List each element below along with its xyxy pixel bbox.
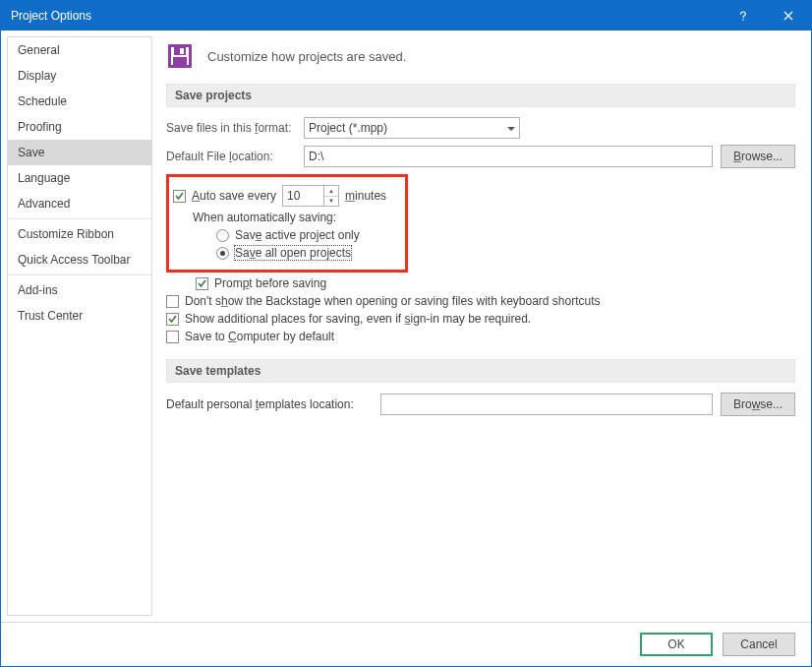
sidebar-item-quick-access-toolbar[interactable]: Quick Access Toolbar <box>8 247 151 273</box>
auto-save-minutes-value: 10 <box>283 189 323 203</box>
spinner-down-icon[interactable]: ▼ <box>324 197 338 207</box>
window-title: Project Options <box>11 9 721 23</box>
prompt-label: Prompt before saving <box>214 276 326 290</box>
radio-save-active-label: Save active project only <box>235 228 360 242</box>
minutes-label: minutes <box>345 189 386 203</box>
dialog-body: General Display Schedule Proofing Save L… <box>1 30 811 622</box>
prompt-row: Prompt before saving <box>196 276 795 290</box>
templates-location-input[interactable] <box>380 394 713 415</box>
save-computer-label: Save to Computer by default <box>185 330 334 343</box>
sidebar-item-customize-ribbon[interactable]: Customize Ribbon <box>8 221 151 247</box>
show-places-row: Show additional places for saving, even … <box>166 312 795 326</box>
dialog-footer: OK Cancel <box>1 622 811 666</box>
section-save-templates: Save templates <box>166 359 795 383</box>
radio-save-active[interactable] <box>216 229 229 242</box>
sidebar-item-advanced[interactable]: Advanced <box>8 191 151 216</box>
default-location-input[interactable] <box>304 146 713 167</box>
show-places-label: Show additional places for saving, even … <box>185 312 531 326</box>
save-computer-checkbox[interactable] <box>166 331 179 343</box>
sidebar-item-proofing[interactable]: Proofing <box>8 114 151 140</box>
radio-save-all[interactable] <box>216 247 229 260</box>
help-button[interactable] <box>721 1 766 30</box>
sidebar-divider <box>8 218 151 219</box>
page-subtitle: Customize how projects are saved. <box>207 49 406 64</box>
sidebar-item-general[interactable]: General <box>8 37 151 63</box>
sidebar-item-language[interactable]: Language <box>8 165 151 191</box>
row-save-format: Save files in this format: Project (*.mp… <box>166 117 795 139</box>
sidebar-item-trust-center[interactable]: Trust Center <box>8 303 151 329</box>
highlight-auto-save-area: Auto save every 10 ▲ ▼ minutes When auto… <box>166 174 408 273</box>
ok-button[interactable]: OK <box>640 633 713 656</box>
svg-rect-5 <box>173 57 187 65</box>
sidebar-item-schedule[interactable]: Schedule <box>8 89 151 114</box>
sidebar-item-save[interactable]: Save <box>8 140 151 165</box>
radio-active-row: Save active project only <box>216 228 399 242</box>
save-format-combo[interactable]: Project (*.mpp) <box>304 117 520 139</box>
backstage-label: Don't show the Backstage when opening or… <box>185 294 601 308</box>
radio-all-row: Save all open projects <box>216 246 399 260</box>
section-save-projects: Save projects <box>166 84 795 107</box>
auto-save-minutes-spinner[interactable]: 10 ▲ ▼ <box>282 185 339 207</box>
auto-save-checkbox[interactable] <box>173 190 186 203</box>
row-templates-location: Default personal templates location: Bro… <box>166 393 795 416</box>
project-options-window: Project Options General Display Schedule… <box>0 0 812 667</box>
svg-point-0 <box>742 19 744 21</box>
save-computer-row: Save to Computer by default <box>166 330 795 343</box>
spinner-up-icon[interactable]: ▲ <box>324 186 338 197</box>
radio-save-all-label: Save all open projects <box>235 246 351 260</box>
show-places-checkbox[interactable] <box>166 313 179 326</box>
when-saving-label: When automatically saving: <box>193 211 399 224</box>
save-icon <box>166 42 194 70</box>
chevron-down-icon <box>507 121 515 135</box>
templates-location-label: Default personal templates location: <box>166 397 373 411</box>
backstage-row: Don't show the Backstage when opening or… <box>166 294 795 308</box>
browse-templates-button[interactable]: Browse... <box>721 393 795 416</box>
default-location-label: Default File location: <box>166 150 296 163</box>
browse-location-button[interactable]: Browse... <box>721 145 795 168</box>
save-format-value: Project (*.mpp) <box>309 121 387 135</box>
backstage-checkbox[interactable] <box>166 295 179 308</box>
sidebar-divider <box>8 274 151 275</box>
page-header: Customize how projects are saved. <box>166 42 795 70</box>
close-button[interactable] <box>766 1 811 30</box>
save-format-label: Save files in this format: <box>166 121 296 135</box>
sidebar-item-add-ins[interactable]: Add-ins <box>8 277 151 303</box>
category-sidebar: General Display Schedule Proofing Save L… <box>7 36 152 616</box>
cancel-button[interactable]: Cancel <box>723 633 795 656</box>
titlebar: Project Options <box>1 1 811 30</box>
prompt-checkbox[interactable] <box>196 277 208 290</box>
main-panel: Customize how projects are saved. Save p… <box>158 30 811 622</box>
sidebar-item-display[interactable]: Display <box>8 63 151 89</box>
auto-save-row: Auto save every 10 ▲ ▼ minutes <box>173 185 399 207</box>
svg-rect-4 <box>180 48 184 54</box>
row-default-location: Default File location: Browse... <box>166 145 795 168</box>
auto-save-label: Auto save every <box>192 189 276 203</box>
